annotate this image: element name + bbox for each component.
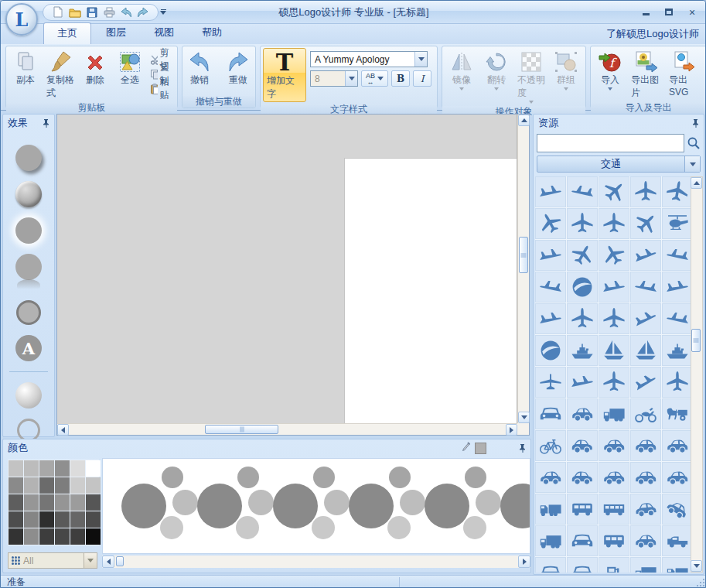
resource-globe[interactable]: [567, 272, 598, 303]
opacity-button[interactable]: 不透明度: [514, 48, 548, 104]
resource-ps[interactable]: [662, 240, 691, 271]
pattern-preview[interactable]: [102, 458, 530, 554]
resource-ps[interactable]: [630, 303, 661, 334]
export-svg-button[interactable]: 导出SVG: [666, 48, 704, 101]
resource-search-input[interactable]: [537, 134, 684, 152]
resource-semi[interactable]: [662, 557, 691, 573]
resource-car[interactable]: [662, 462, 691, 493]
resource-carf[interactable]: [567, 525, 598, 556]
resource-ps[interactable]: [535, 272, 566, 303]
canvas-hscrollbar[interactable]: [57, 423, 517, 435]
resource-pt[interactable]: [599, 240, 629, 271]
font-family-combo[interactable]: A Yummy Apology: [310, 51, 428, 67]
color-swatch[interactable]: [9, 460, 23, 477]
resize-grip-icon[interactable]: [695, 577, 704, 586]
tab-视图[interactable]: 视图: [141, 22, 187, 44]
resource-cart[interactable]: [662, 398, 691, 429]
resource-carf[interactable]: [535, 398, 566, 429]
color-swatch[interactable]: [24, 511, 39, 528]
open-button[interactable]: [68, 5, 82, 19]
resource-ps[interactable]: [630, 240, 661, 271]
resource-ps[interactable]: [535, 176, 566, 207]
resource-pt[interactable]: [535, 208, 566, 239]
font-size-combo[interactable]: 8: [310, 70, 358, 87]
resource-car[interactable]: [567, 430, 598, 461]
resource-pt[interactable]: [599, 367, 629, 398]
resources-scroll-up-button[interactable]: [691, 177, 702, 189]
resource-pt[interactable]: [662, 367, 691, 398]
resource-truck[interactable]: [599, 398, 629, 429]
scroll-down-button[interactable]: [518, 412, 530, 423]
tab-帮助[interactable]: 帮助: [189, 22, 235, 44]
resource-truck[interactable]: [535, 525, 566, 556]
resource-carf[interactable]: [535, 557, 566, 573]
resource-ps[interactable]: [567, 367, 598, 398]
color-swatch[interactable]: [24, 477, 39, 494]
color-swatch[interactable]: [86, 511, 101, 528]
color-swatch[interactable]: [55, 494, 70, 511]
preview-scroll-right-button[interactable]: [518, 556, 530, 568]
color-swatch[interactable]: [55, 511, 70, 528]
color-swatch[interactable]: [70, 511, 85, 528]
undo-quick-button[interactable]: [119, 5, 133, 19]
resource-pump[interactable]: [599, 557, 629, 573]
color-swatch[interactable]: [86, 460, 101, 477]
color-swatch[interactable]: [24, 528, 39, 545]
resource-car[interactable]: [535, 462, 566, 493]
resource-pt[interactable]: [567, 303, 598, 334]
customize-quick-access-button[interactable]: [160, 9, 166, 15]
resource-pt[interactable]: [567, 240, 598, 271]
effect-glow[interactable]: [15, 217, 42, 244]
format-paint-button[interactable]: 复制格式: [43, 48, 77, 101]
resource-ps[interactable]: [567, 176, 598, 207]
resource-pt[interactable]: [599, 208, 629, 239]
resource-ps[interactable]: [662, 303, 691, 334]
color-swatch[interactable]: [70, 460, 85, 477]
color-swatch[interactable]: [39, 511, 54, 528]
effect-letter[interactable]: A: [15, 335, 42, 361]
resources-scroll-down-button[interactable]: [691, 560, 702, 572]
pin-icon[interactable]: [42, 118, 49, 128]
italic-button[interactable]: I: [413, 70, 431, 87]
resource-semi[interactable]: [535, 494, 566, 525]
resource-pt[interactable]: [599, 303, 629, 334]
group-objects-button[interactable]: 群组: [549, 48, 583, 104]
resource-ps[interactable]: [535, 303, 566, 334]
resource-ps[interactable]: [630, 272, 661, 303]
resources-vscroll-thumb[interactable]: [691, 329, 701, 352]
resource-planef[interactable]: [535, 367, 566, 398]
learn-link[interactable]: 了解硕思Logo设计师: [606, 27, 699, 41]
color-swatch[interactable]: [86, 528, 101, 545]
resource-pt[interactable]: [630, 208, 661, 239]
resource-carf[interactable]: [567, 557, 598, 573]
tab-图层[interactable]: 图层: [93, 22, 139, 44]
resource-van[interactable]: [599, 525, 629, 556]
document-page[interactable]: [344, 158, 517, 423]
font-size-dropdown-icon[interactable]: [345, 71, 357, 86]
resource-ps[interactable]: [662, 272, 691, 303]
resource-truck[interactable]: [630, 557, 661, 573]
color-swatch[interactable]: [70, 494, 85, 511]
palette-filter-dropdown-icon[interactable]: [84, 553, 97, 568]
resource-ship[interactable]: [567, 335, 598, 366]
tab-主页[interactable]: 主页: [43, 22, 91, 44]
resource-car[interactable]: [599, 462, 629, 493]
resource-sail[interactable]: [599, 335, 629, 366]
resource-category-combo[interactable]: 交通: [537, 156, 701, 173]
resource-car[interactable]: [599, 430, 629, 461]
preview-scroll-left-button[interactable]: [102, 556, 114, 568]
color-swatch[interactable]: [9, 528, 23, 545]
resource-pt[interactable]: [567, 208, 598, 239]
minimize-button[interactable]: [637, 6, 654, 18]
eyedropper-icon[interactable]: [458, 442, 470, 454]
hscroll-thumb[interactable]: [205, 425, 278, 434]
resource-category-dropdown-icon[interactable]: [684, 156, 700, 172]
resource-car[interactable]: [662, 494, 691, 525]
close-button[interactable]: ×: [684, 6, 701, 18]
color-swatch[interactable]: [39, 528, 54, 545]
resource-pt[interactable]: [662, 176, 691, 207]
resource-pt[interactable]: [599, 176, 629, 207]
new-document-button[interactable]: [51, 5, 65, 19]
search-icon[interactable]: [687, 136, 701, 150]
scroll-right-button[interactable]: [506, 424, 517, 436]
